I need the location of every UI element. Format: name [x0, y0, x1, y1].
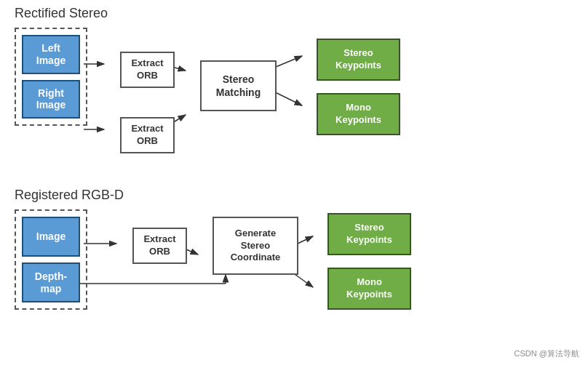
mono-keypoints-box-2: MonoKeypoints: [327, 268, 411, 310]
stereo-matching-box: StereoMatching: [200, 60, 277, 111]
depthmap-box: Depth-map: [22, 262, 80, 302]
section-rectified-stereo: Rectified Stereo LeftImage RightImage Ex…: [15, 6, 108, 27]
left-image-box: LeftImage: [22, 35, 80, 74]
stereo-keypoints-box-1: StereoKeypoints: [317, 39, 400, 81]
registered-rgbd-label: Registered RGB-D: [15, 188, 124, 203]
image-box: Image: [22, 217, 80, 257]
generate-stereo-coordinate-box: GenerateStereoCoordinate: [212, 217, 298, 275]
rectified-inputs-group: LeftImage RightImage: [15, 28, 87, 126]
diagram-container: Rectified Stereo LeftImage RightImage Ex…: [0, 0, 588, 365]
stereo-keypoints-box-2: StereoKeypoints: [327, 213, 411, 255]
extract-orb-top: ExtractORB: [120, 52, 175, 88]
mono-keypoints-box-1: MonoKeypoints: [317, 93, 400, 135]
extract-orb-rgbd: ExtractORB: [132, 228, 187, 264]
rgbd-inputs-group: Image Depth-map: [15, 209, 87, 310]
arrows-layer: [0, 0, 588, 365]
rectified-stereo-label: Rectified Stereo: [15, 6, 108, 21]
right-image-box: RightImage: [22, 80, 80, 119]
watermark: CSDN @算法导航: [514, 348, 579, 359]
section-registered-rgbd: Registered RGB-D Image Depth-map Extract…: [15, 188, 124, 209]
extract-orb-bottom: ExtractORB: [120, 117, 175, 153]
